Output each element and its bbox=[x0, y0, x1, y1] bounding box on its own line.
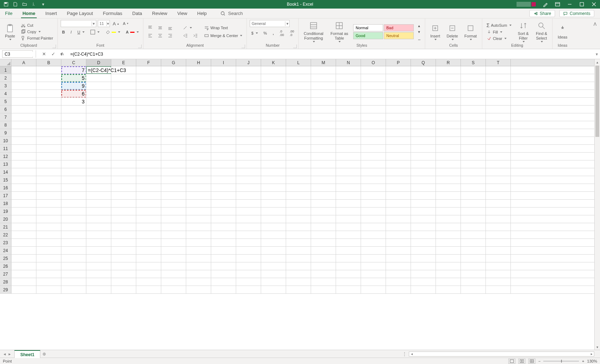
cell-L19[interactable] bbox=[286, 207, 311, 215]
cell-P23[interactable] bbox=[386, 239, 411, 246]
cell-S24[interactable] bbox=[461, 247, 486, 254]
increase-indent-button[interactable] bbox=[191, 33, 199, 39]
cell-Q2[interactable] bbox=[411, 74, 436, 82]
cell-L10[interactable] bbox=[286, 137, 311, 144]
cell-J19[interactable] bbox=[236, 207, 261, 215]
comments-button[interactable]: Comments bbox=[559, 10, 594, 17]
clear-button[interactable]: Clear bbox=[485, 36, 513, 41]
cell-H27[interactable] bbox=[186, 270, 211, 278]
cell-L14[interactable] bbox=[286, 168, 311, 176]
cell-A24[interactable] bbox=[11, 247, 36, 254]
cell-R7[interactable] bbox=[436, 113, 461, 121]
cell-T16[interactable] bbox=[486, 184, 511, 191]
cell-R19[interactable] bbox=[436, 207, 461, 215]
cell-A22[interactable] bbox=[11, 231, 36, 239]
cell-O25[interactable] bbox=[361, 255, 386, 262]
cell-F6[interactable] bbox=[136, 106, 161, 113]
cell-H10[interactable] bbox=[186, 137, 211, 144]
cell-G2[interactable] bbox=[161, 74, 186, 82]
row-header-7[interactable]: 7 bbox=[0, 113, 11, 121]
cell-S14[interactable] bbox=[461, 168, 486, 176]
cell-N17[interactable] bbox=[336, 192, 361, 199]
cell-F20[interactable] bbox=[136, 215, 161, 223]
cell-K18[interactable] bbox=[261, 200, 286, 207]
cell-T25[interactable] bbox=[486, 255, 511, 262]
cell-L27[interactable] bbox=[286, 270, 311, 278]
cell-D28[interactable] bbox=[86, 278, 111, 286]
cell-N1[interactable] bbox=[336, 66, 361, 74]
cell-I22[interactable] bbox=[211, 231, 236, 239]
cut-button[interactable]: Cut bbox=[19, 22, 55, 28]
cell-P17[interactable] bbox=[386, 192, 411, 199]
cell-P6[interactable] bbox=[386, 106, 411, 113]
cell-A6[interactable] bbox=[11, 106, 36, 113]
ribbon-display-icon[interactable] bbox=[551, 0, 564, 9]
cell-O11[interactable] bbox=[361, 145, 386, 152]
autosum-button[interactable]: ΣAutoSum bbox=[485, 22, 513, 29]
cell-L11[interactable] bbox=[286, 145, 311, 152]
cell-T8[interactable] bbox=[486, 121, 511, 129]
col-header-B[interactable]: B bbox=[36, 59, 61, 66]
cell-E22[interactable] bbox=[111, 231, 136, 239]
cell-B19[interactable] bbox=[36, 207, 61, 215]
cell-B8[interactable] bbox=[36, 121, 61, 129]
cell-D2[interactable] bbox=[86, 74, 111, 82]
cell-B26[interactable] bbox=[36, 262, 61, 270]
cell-M24[interactable] bbox=[311, 247, 336, 254]
cell-H7[interactable] bbox=[186, 113, 211, 121]
cell-K15[interactable] bbox=[261, 176, 286, 184]
cell-O23[interactable] bbox=[361, 239, 386, 246]
col-header-T[interactable]: T bbox=[486, 59, 511, 66]
cell-N19[interactable] bbox=[336, 207, 361, 215]
cell-J25[interactable] bbox=[236, 255, 261, 262]
horizontal-scrollbar[interactable]: ◂ ▸ bbox=[409, 352, 594, 357]
cell-D5[interactable] bbox=[86, 98, 111, 105]
cell-G21[interactable] bbox=[161, 223, 186, 231]
cell-B10[interactable] bbox=[36, 137, 61, 144]
cell-L26[interactable] bbox=[286, 262, 311, 270]
row-header-14[interactable]: 14 bbox=[0, 168, 11, 176]
cell-S16[interactable] bbox=[461, 184, 486, 191]
cell-C11[interactable] bbox=[61, 145, 86, 152]
cell-O29[interactable] bbox=[361, 286, 386, 293]
cell-R4[interactable] bbox=[436, 90, 461, 97]
cell-F28[interactable] bbox=[136, 278, 161, 286]
cell-Q23[interactable] bbox=[411, 239, 436, 246]
styles-more[interactable]: ⎯ bbox=[417, 35, 422, 40]
cell-T20[interactable] bbox=[486, 215, 511, 223]
cell-Q24[interactable] bbox=[411, 247, 436, 254]
cell-M17[interactable] bbox=[311, 192, 336, 199]
cell-L8[interactable] bbox=[286, 121, 311, 129]
align-top-button[interactable] bbox=[146, 25, 154, 31]
copy-button[interactable]: Copy bbox=[19, 29, 55, 35]
cell-A17[interactable] bbox=[11, 192, 36, 199]
cell-G14[interactable] bbox=[161, 168, 186, 176]
cell-O21[interactable] bbox=[361, 223, 386, 231]
cell-B12[interactable] bbox=[36, 153, 61, 160]
open-folder-icon[interactable] bbox=[22, 2, 27, 7]
sort-filter-button[interactable]: Sort &Filter bbox=[516, 20, 531, 43]
cell-G3[interactable] bbox=[161, 82, 186, 89]
cell-P22[interactable] bbox=[386, 231, 411, 239]
cell-C25[interactable] bbox=[61, 255, 86, 262]
cell-K23[interactable] bbox=[261, 239, 286, 246]
cell-M9[interactable] bbox=[311, 129, 336, 137]
cell-C2[interactable]: 5 bbox=[61, 74, 86, 82]
cell-C14[interactable] bbox=[61, 168, 86, 176]
col-header-K[interactable]: K bbox=[261, 59, 286, 66]
cell-N29[interactable] bbox=[336, 286, 361, 293]
zoom-slider[interactable] bbox=[543, 361, 579, 362]
cell-R10[interactable] bbox=[436, 137, 461, 144]
cell-P28[interactable] bbox=[386, 278, 411, 286]
font-size-combo[interactable]: ▾ bbox=[98, 20, 110, 27]
cell-G19[interactable] bbox=[161, 207, 186, 215]
zoom-level[interactable]: 130% bbox=[587, 359, 597, 363]
row-header-16[interactable]: 16 bbox=[0, 184, 11, 191]
cell-K29[interactable] bbox=[261, 286, 286, 293]
cell-M4[interactable] bbox=[311, 90, 336, 97]
cell-G7[interactable] bbox=[161, 113, 186, 121]
cell-T29[interactable] bbox=[486, 286, 511, 293]
cell-Q3[interactable] bbox=[411, 82, 436, 89]
cell-S20[interactable] bbox=[461, 215, 486, 223]
minimize-button[interactable] bbox=[564, 0, 576, 9]
